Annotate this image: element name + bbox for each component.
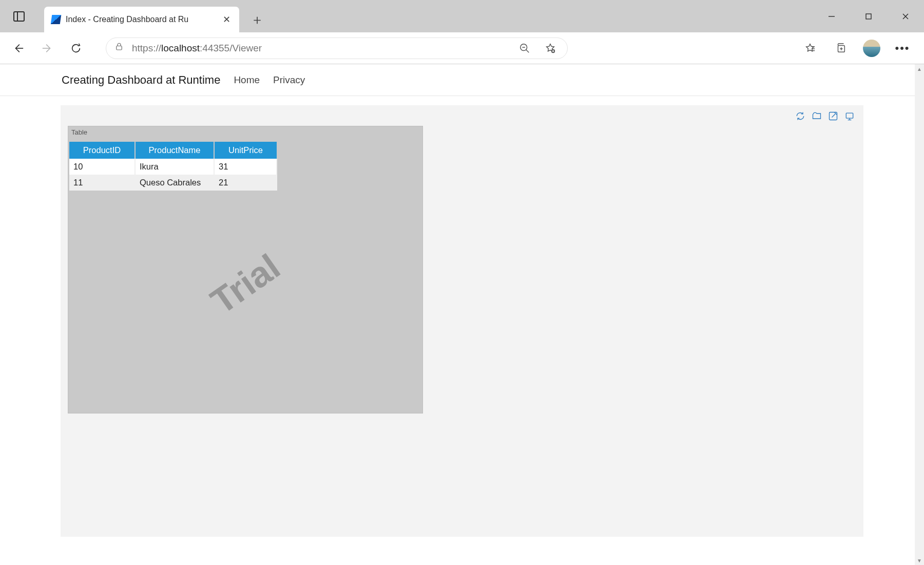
nav-forward-button[interactable] [34, 36, 61, 61]
collections-icon[interactable] [829, 36, 853, 61]
add-favorite-icon[interactable] [542, 43, 559, 54]
url-text: https://localhost:44355/Viewer [132, 43, 508, 54]
nav-link-privacy[interactable]: Privacy [273, 74, 305, 86]
nav-link-home[interactable]: Home [234, 74, 260, 86]
svg-rect-20 [846, 113, 853, 118]
site-info-icon[interactable] [114, 42, 124, 54]
panel-title: Table [71, 128, 87, 136]
product-table: ProductID ProductName UnitPrice 10 Ikura… [69, 142, 277, 191]
table-row[interactable]: 11 Queso Cabrales 21 [69, 175, 277, 191]
svg-rect-6 [117, 46, 122, 50]
edit-dashboard-icon[interactable] [827, 110, 839, 122]
trial-watermark: Trial [203, 246, 287, 322]
cell-productname: Ikura [135, 159, 214, 175]
favicon-icon [51, 15, 62, 24]
scroll-down-icon[interactable]: ▼ [917, 558, 922, 563]
table-panel[interactable]: Table ProductID ProductName UnitPrice 10… [68, 126, 423, 413]
browser-toolbar: https://localhost:44355/Viewer ••• [0, 32, 924, 64]
nav-back-button[interactable] [5, 36, 32, 61]
dashboard-toolbar [795, 110, 855, 122]
browser-tab-strip: Index - Creating Dashboard at Ru ✕ ＋ [0, 0, 924, 32]
cell-productname: Queso Cabrales [135, 175, 214, 191]
zoom-out-icon[interactable] [516, 43, 533, 54]
cell-unitprice: 31 [214, 159, 277, 175]
tab-actions-button[interactable] [5, 0, 33, 32]
table-header-row: ProductID ProductName UnitPrice [69, 142, 277, 159]
more-icon: ••• [895, 42, 910, 55]
table-header-productname[interactable]: ProductName [135, 142, 214, 159]
table-header-productid[interactable]: ProductID [69, 142, 135, 159]
table-row[interactable]: 10 Ikura 31 [69, 159, 277, 175]
favorites-icon[interactable] [798, 36, 822, 61]
address-bar[interactable]: https://localhost:44355/Viewer [106, 37, 568, 59]
window-close-button[interactable] [887, 0, 924, 32]
nav-refresh-button[interactable] [63, 36, 89, 61]
cell-unitprice: 21 [214, 175, 277, 191]
dashboard-container: Table ProductID ProductName UnitPrice 10… [61, 105, 863, 537]
site-brand[interactable]: Creating Dashboard at Runtime [62, 73, 220, 87]
scroll-up-icon[interactable]: ▲ [917, 66, 922, 71]
window-maximize-button[interactable] [850, 0, 887, 32]
table-header-unitprice[interactable]: UnitPrice [214, 142, 277, 159]
vertical-scrollbar[interactable]: ▲ ▼ [915, 64, 924, 565]
svg-rect-1 [866, 14, 871, 19]
fullscreen-dashboard-icon[interactable] [844, 110, 855, 122]
site-navbar: Creating Dashboard at Runtime Home Priva… [0, 64, 924, 96]
settings-more-button[interactable]: ••• [890, 36, 915, 61]
tab-close-button[interactable]: ✕ [221, 14, 232, 25]
cell-productid: 11 [69, 175, 135, 191]
window-minimize-button[interactable] [813, 0, 850, 32]
refresh-dashboard-icon[interactable] [795, 110, 806, 122]
browser-tab[interactable]: Index - Creating Dashboard at Ru ✕ [44, 7, 239, 32]
new-tab-button[interactable]: ＋ [244, 7, 270, 32]
svg-line-8 [526, 49, 529, 52]
page-viewport: ▲ ▼ Creating Dashboard at Runtime Home P… [0, 64, 924, 565]
avatar-icon [863, 40, 880, 57]
open-dashboard-icon[interactable] [811, 110, 822, 122]
profile-avatar[interactable] [859, 36, 884, 61]
tab-actions-icon [13, 11, 25, 22]
tab-title: Index - Creating Dashboard at Ru [66, 15, 216, 24]
window-controls [813, 0, 924, 32]
cell-productid: 10 [69, 159, 135, 175]
